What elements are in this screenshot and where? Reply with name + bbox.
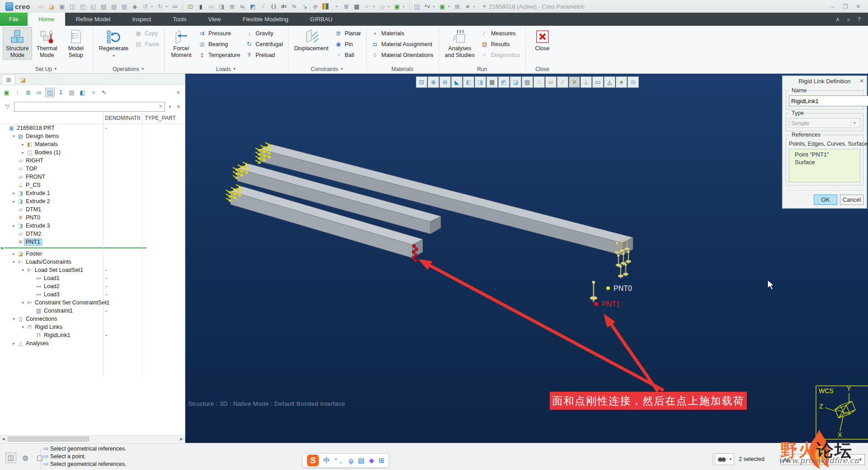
tree-item-connections[interactable]: ▾▯Connections xyxy=(0,315,185,323)
new-window-icon[interactable]: ▭ xyxy=(207,2,216,11)
layers-icon[interactable]: ≣ xyxy=(342,2,351,11)
more-options-icon[interactable]: ⋮ xyxy=(13,88,22,97)
auxiliary-window-icon[interactable]: ◇ xyxy=(377,2,387,11)
structure-mode-button[interactable]: StructureMode xyxy=(3,27,32,60)
measures-button[interactable]: ∕Measures xyxy=(479,28,523,38)
pressure-button[interactable]: ⇉Pressure xyxy=(196,28,242,38)
copy-window-icon[interactable]: ◨ xyxy=(217,2,226,11)
regenerate-button[interactable]: Regenerate▼ xyxy=(96,27,132,60)
help-icon[interactable]: ? xyxy=(858,16,861,23)
tab-file[interactable]: File xyxy=(0,13,28,26)
customize-icon[interactable]: ≡ xyxy=(463,2,472,11)
gravity-button[interactable]: ↓Gravity xyxy=(243,28,285,38)
appearance-icon[interactable]: ◩ xyxy=(248,2,258,11)
scroll-thumb[interactable] xyxy=(8,437,89,442)
tree-item-constraint-set-constraintset1[interactable]: ▾⊨Constraint Set ConstraintSet1- xyxy=(0,299,185,307)
force-moment-button[interactable]: Force/Moment xyxy=(167,27,195,60)
tab-refine-model[interactable]: Refine Model xyxy=(65,13,122,26)
tab-home[interactable]: Home xyxy=(28,13,65,26)
maximize-button[interactable]: ❐ xyxy=(842,3,848,10)
pin-button[interactable]: ◉Pin xyxy=(332,39,363,49)
material-orientations-button[interactable]: ◊Material Orientations xyxy=(369,50,436,60)
windows-switch-icon[interactable]: ⇆ xyxy=(238,2,247,11)
show-3d-icon[interactable]: ▣ xyxy=(2,88,11,97)
datum-display-icon[interactable]: ∴ xyxy=(533,76,545,88)
skin-icon[interactable]: ◆ xyxy=(369,456,374,465)
window-tile-icon[interactable]: ◫ xyxy=(412,2,422,11)
edit-references-icon[interactable]: ▥ xyxy=(120,2,129,11)
save-as-icon[interactable]: ◫ xyxy=(68,2,77,11)
clipboard-list-icon[interactable]: ▤ xyxy=(67,88,76,97)
expander-icon[interactable]: ▸ xyxy=(11,252,17,256)
material-assignment-button[interactable]: ◘Material Assignment xyxy=(369,39,436,49)
tree-item-load3[interactable]: ↦Load3- xyxy=(0,290,185,299)
dialog-title[interactable]: Rigid Link Definition ✕ xyxy=(782,76,867,87)
annotation-display-icon[interactable]: ▭ xyxy=(592,76,604,88)
close-window-button[interactable]: ✕ xyxy=(856,3,861,10)
tree-item-bodies-1-[interactable]: ▸◫Bodies (1) xyxy=(0,148,185,157)
sogou-logo[interactable]: S xyxy=(307,455,319,466)
tree-item-pnt1[interactable]: ✕PNT1 xyxy=(0,238,185,246)
undo-icon[interactable]: ↺ xyxy=(141,2,150,11)
expander-icon[interactable]: ▸ xyxy=(11,341,17,346)
tree-item-extrude-1[interactable]: ▸◨Extrude 1 xyxy=(0,189,185,197)
web-browser-icon[interactable]: ◍ xyxy=(20,452,31,463)
tree-item-footer[interactable]: ▸◪Footer xyxy=(0,250,185,258)
tree-item-front[interactable]: ▱FRONT xyxy=(0,173,185,181)
tree-columns-icon[interactable]: ◫ xyxy=(45,88,55,97)
bearing-button[interactable]: ◎Bearing xyxy=(196,39,242,49)
select-arrow-icon[interactable]: ↖ xyxy=(99,88,109,97)
tree-item-analyses[interactable]: ▸△Analyses xyxy=(0,339,185,347)
task-check-icon[interactable]: ▣ xyxy=(392,2,402,11)
undo-menu-icon[interactable]: ▾ xyxy=(151,5,155,9)
tree-insert-indicator[interactable]: ▶ xyxy=(0,246,185,250)
plane-display-icon[interactable]: ▱ xyxy=(545,76,557,88)
hatch-display-icon[interactable]: ▨ xyxy=(522,76,533,88)
group-label-set-up[interactable]: Set Up▼ xyxy=(1,65,92,73)
zoom-window-icon[interactable]: ⊡ xyxy=(416,76,427,88)
expander-icon[interactable]: ▾ xyxy=(11,260,17,264)
task-check-menu-icon[interactable]: ▾ xyxy=(403,5,406,9)
group-label-loads[interactable]: Loads▼ xyxy=(165,65,287,73)
shade-display-icon[interactable]: ◔ xyxy=(331,2,341,11)
search-commands-icon[interactable]: ⌕ xyxy=(847,16,850,23)
analyses-and-studies-button[interactable]: Analysesand Studies xyxy=(442,27,478,60)
tab-girbau[interactable]: GIRBAU xyxy=(299,13,344,26)
saved-orientations-icon[interactable]: ◨ xyxy=(475,76,486,88)
expander-icon[interactable]: ▸ xyxy=(11,191,17,195)
column-header-denomination[interactable]: DENOMINATIC xyxy=(105,115,140,121)
tree-item-rigidlink1[interactable]: ⊓RigidLink1- xyxy=(0,331,185,339)
capture-image-icon[interactable]: ▦ xyxy=(352,2,362,11)
expander-icon[interactable]: ▸ xyxy=(20,150,26,155)
centrifugal-button[interactable]: ↻Centrifugal xyxy=(243,39,285,49)
expander-icon[interactable]: ▾ xyxy=(20,268,26,272)
zoom-out-icon[interactable]: ⊖ xyxy=(439,76,451,88)
section-view-icon[interactable]: ◪ xyxy=(510,76,521,88)
paste-button[interactable]: ▤Paste xyxy=(132,39,161,49)
standard-orientation-icon[interactable]: ◧ xyxy=(463,76,474,88)
insert-mode-icon[interactable]: ◆ xyxy=(130,2,140,11)
cancel-button[interactable]: Cancel xyxy=(840,195,863,205)
tag-display-icon[interactable]: ◬ xyxy=(604,76,615,88)
preload-button[interactable]: ŦPreload xyxy=(243,50,285,60)
pick-from-list-icon[interactable]: ↘ xyxy=(300,2,310,11)
tree-item-pnt0[interactable]: ✕PNT0 xyxy=(0,214,185,222)
redo-icon[interactable]: ↻ xyxy=(156,2,165,11)
tab-tools[interactable]: Tools xyxy=(162,13,197,26)
tree-settings-icon[interactable]: ≡ xyxy=(174,88,183,97)
voice-input-icon[interactable]: ψ xyxy=(349,457,354,465)
view-manager-icon[interactable]: ▦ xyxy=(486,76,498,88)
rename-icon[interactable]: ▨ xyxy=(99,2,108,11)
tree-item-p-cs[interactable]: ⊥P_CS xyxy=(0,181,185,189)
reference-item[interactable]: Point "PNT1" xyxy=(795,151,860,158)
spin-center-icon[interactable]: ∗ xyxy=(616,76,627,88)
punctuation-icon[interactable]: °， xyxy=(335,456,344,465)
tab-inspect[interactable]: Inspect xyxy=(121,13,162,26)
copy-button[interactable]: ▣Copy xyxy=(132,28,161,38)
point-display-icon[interactable]: ✕ xyxy=(569,76,580,88)
scroll-right-icon[interactable]: ▶ xyxy=(178,436,185,442)
color-palette-icon[interactable] xyxy=(321,2,330,11)
tree-search-input[interactable] xyxy=(16,104,159,110)
csys-display-icon[interactable]: ⊥ xyxy=(580,76,592,88)
results-button[interactable]: ▨Results xyxy=(479,39,523,49)
